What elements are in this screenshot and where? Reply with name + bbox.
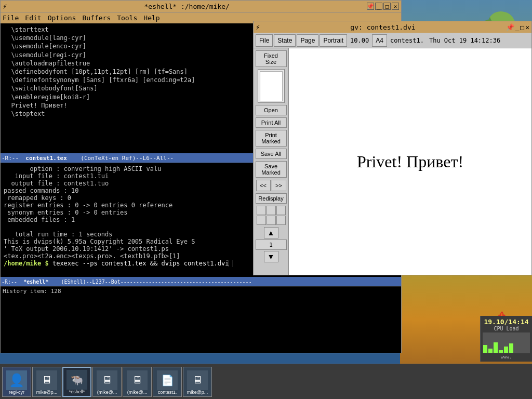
gv-document-text: Privet! Привет! bbox=[357, 152, 463, 171]
taskbar-item-eshell[interactable]: 🐃 *eshell* bbox=[62, 367, 91, 397]
cpu-label: CPU Load bbox=[483, 326, 530, 331]
taskbar-item-mike1[interactable]: 🖥 mike@p... bbox=[32, 367, 61, 397]
taskbar-label-mike1: mike@p... bbox=[36, 390, 58, 395]
gv-grid-btn-2[interactable] bbox=[267, 206, 276, 215]
eshell-pin-btn[interactable]: 📌 bbox=[367, 3, 374, 10]
modeline-1-text: -R:-- contest1.tex (ConTeXt-en Ref)--L6-… bbox=[2, 155, 174, 162]
cpu-bar-2 bbox=[488, 349, 493, 353]
history-text: History item: 128 bbox=[3, 288, 61, 295]
gv-thumb-preview bbox=[258, 69, 285, 103]
gv-arrow-down-btn[interactable]: ▼ bbox=[264, 251, 278, 262]
gv-redisplay-btn[interactable]: Redisplay bbox=[256, 193, 287, 204]
taskbar-label-regi-cyr: regi-cyr bbox=[9, 390, 24, 395]
taskbar-item-contest1[interactable]: 📄 contest1. bbox=[153, 367, 182, 397]
gv-grid-btn-4[interactable] bbox=[257, 216, 266, 225]
gv-arrow-area: ▲ 1 ▼ bbox=[256, 227, 287, 262]
gv-title: gv: contest1.dvi bbox=[260, 23, 506, 31]
eshell-wm-icon: ⚡ bbox=[3, 2, 7, 10]
gv-save-all-btn[interactable]: Save All bbox=[256, 149, 287, 159]
eshell-title: *eshell* :/home/mike/ bbox=[7, 3, 367, 10]
gv-timestamp: Thu Oct 19 14:12:36 bbox=[427, 37, 502, 44]
gv-titlebar: ⚡ gv: contest1.dvi 📌 _ □ ✕ bbox=[254, 21, 531, 33]
modeline-2-text: -R:-- *eshell* (EShell)--L237--Bot------… bbox=[2, 279, 252, 285]
cpu-bar-5 bbox=[504, 347, 508, 353]
gv-paper-btn[interactable]: A4 bbox=[372, 34, 387, 47]
gv-body: Fixed Size Open Print All Print Marked S… bbox=[254, 48, 531, 275]
cpu-bar-3 bbox=[494, 342, 498, 353]
gv-grid-btn-5[interactable] bbox=[267, 216, 276, 225]
gv-close-btn[interactable]: ✕ bbox=[525, 23, 529, 31]
cpu-bar-1 bbox=[483, 345, 487, 353]
status-area: 19.10/14:14 CPU Load www. bbox=[480, 316, 532, 362]
menu-edit[interactable]: Edit bbox=[25, 14, 41, 22]
gv-doc-name: contest1. bbox=[388, 37, 426, 44]
taskbar-icon-regi-cyr: 👤 bbox=[6, 370, 27, 390]
menu-tools[interactable]: Tools bbox=[117, 14, 137, 22]
gv-page-btn[interactable]: Page bbox=[297, 34, 318, 47]
eshell-maximize-btn[interactable]: □ bbox=[383, 3, 391, 10]
cpu-graph bbox=[483, 332, 530, 353]
gv-grid-area bbox=[257, 206, 286, 225]
www-label: www. bbox=[483, 354, 530, 360]
gv-fixed-size-btn[interactable]: Fixed Size bbox=[256, 50, 287, 67]
taskbar-item-mike2[interactable]: 🖥 (mike@... bbox=[92, 367, 122, 397]
gv-toolbar: File State Page Portrait 10.00 A4 contes… bbox=[254, 33, 531, 48]
taskbar: 👤 regi-cyr 🖥 mike@p... 🐃 *eshell* 🖥 (mik… bbox=[0, 364, 532, 399]
menu-buffers[interactable]: Buffers bbox=[82, 14, 111, 22]
eshell-close-btn[interactable]: ✕ bbox=[392, 3, 399, 10]
taskbar-icon-mike3: 🖥 bbox=[127, 370, 148, 390]
gv-sidebar: Fixed Size Open Print All Print Marked S… bbox=[254, 48, 289, 275]
gv-file-btn[interactable]: File bbox=[256, 34, 273, 47]
taskbar-label-mike2: (mike@... bbox=[97, 390, 117, 395]
taskbar-icon-eshell: 🐃 bbox=[66, 370, 87, 390]
taskbar-label-mike4: mike@p... bbox=[187, 390, 208, 395]
gv-state-btn[interactable]: State bbox=[274, 34, 296, 47]
gv-save-marked-btn[interactable]: Save Marked bbox=[256, 161, 287, 178]
menu-file[interactable]: File bbox=[3, 14, 19, 22]
gv-grid-btn-3[interactable] bbox=[276, 206, 286, 215]
gv-thumb-inner bbox=[260, 71, 283, 101]
gv-portrait-btn[interactable]: Portrait bbox=[320, 34, 347, 47]
taskbar-item-regi-cyr[interactable]: 👤 regi-cyr bbox=[2, 367, 31, 397]
taskbar-icon-mike1: 🖥 bbox=[36, 370, 57, 390]
minibuffer: History item: 128 bbox=[1, 286, 401, 296]
eshell-titlebar: ⚡ *eshell* :/home/mike/ 📌 _ □ ✕ bbox=[1, 1, 401, 12]
gv-open-btn[interactable]: Open bbox=[256, 105, 287, 115]
gv-maximize-btn[interactable]: □ bbox=[520, 23, 524, 31]
taskbar-icon-mike4: 🖥 bbox=[187, 370, 208, 390]
taskbar-label-contest1: contest1. bbox=[158, 390, 177, 395]
gv-wm-icon: ⚡ bbox=[256, 23, 260, 31]
taskbar-item-mike3[interactable]: 🖥 (mike@... bbox=[123, 367, 152, 397]
gv-nav-row: << >> bbox=[256, 180, 286, 191]
gv-prev-btn[interactable]: << bbox=[256, 180, 271, 191]
taskbar-label-mike3: (mike@... bbox=[127, 390, 148, 395]
gv-window: ⚡ gv: contest1.dvi 📌 _ □ ✕ File State Pa… bbox=[253, 21, 532, 275]
cpu-bar-4 bbox=[499, 350, 503, 353]
clock-display: 19.10/14:14 bbox=[483, 318, 530, 326]
taskbar-icon-contest1: 📄 bbox=[157, 370, 178, 390]
gv-arrow-up-btn[interactable]: ▲ bbox=[264, 227, 278, 238]
cpu-bar-6 bbox=[509, 343, 513, 353]
gv-minimize-btn[interactable]: _ bbox=[515, 23, 520, 31]
taskbar-label-eshell: *eshell* bbox=[69, 390, 85, 395]
menu-help[interactable]: Help bbox=[143, 14, 159, 22]
gv-page-num: 1 bbox=[256, 240, 287, 250]
eshell-minimize-btn[interactable]: _ bbox=[375, 3, 382, 10]
gv-grid-btn-1[interactable] bbox=[257, 206, 266, 215]
gv-print-marked-btn[interactable]: Print Marked bbox=[256, 130, 287, 147]
taskbar-item-mike4[interactable]: 🖥 mike@p... bbox=[183, 367, 212, 397]
gv-grid-btn-6[interactable] bbox=[276, 216, 286, 225]
emacs-modeline-2: -R:-- *eshell* (EShell)--L237--Bot------… bbox=[1, 277, 401, 286]
taskbar-icon-mike2: 🖥 bbox=[97, 370, 117, 390]
gv-zoom-value: 10.00 bbox=[348, 37, 371, 44]
gv-print-all-btn[interactable]: Print All bbox=[256, 117, 287, 128]
menu-options[interactable]: Options bbox=[48, 14, 76, 22]
gv-pin-btn[interactable]: 📌 bbox=[506, 23, 514, 31]
gv-next-btn[interactable]: >> bbox=[272, 180, 286, 191]
gv-document-canvas: Privet! Привет! bbox=[289, 48, 531, 275]
